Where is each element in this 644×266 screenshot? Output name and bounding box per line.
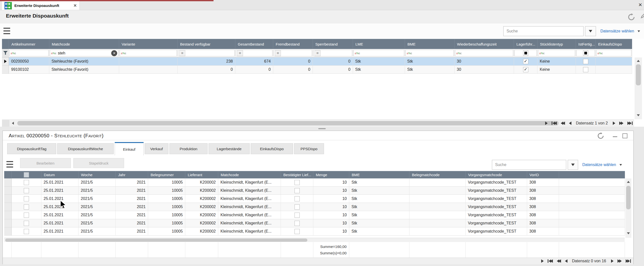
- row-select-cell[interactable]: [12, 187, 41, 195]
- column-header-gesamtbestand[interactable]: Gesamtbestand: [235, 39, 273, 49]
- prev-record-icon[interactable]: [565, 259, 568, 263]
- column-header-bestand_verfuegbar[interactable]: Bestand verfügbar: [178, 39, 235, 49]
- filter-editor[interactable]: [576, 50, 595, 56]
- filter-cell-bme[interactable]: a%c: [405, 49, 454, 57]
- filter-checkbox[interactable]: [523, 50, 528, 56]
- panel-menu-icon[interactable]: [6, 161, 13, 169]
- table-row[interactable]: 99100102Stehleuchte (Favorit)0000StkStk3…: [2, 66, 632, 74]
- filter-cell-istfertigung[interactable]: [576, 49, 596, 57]
- cell-checkbox[interactable]: [294, 196, 300, 201]
- last-page-icon[interactable]: [626, 259, 631, 263]
- filter-editor[interactable]: a%c: [596, 50, 631, 56]
- cell-checkbox[interactable]: [523, 67, 528, 72]
- splitter-handle[interactable]: [318, 128, 326, 129]
- prev-record-icon[interactable]: [569, 121, 572, 125]
- column-header-einkaufsdispo[interactable]: EinkaufsDispo: [596, 39, 632, 49]
- filter-editor[interactable]: a%c: [120, 50, 177, 56]
- filter-cell-fremdbestand[interactable]: =: [273, 49, 313, 57]
- column-header-wiederbeschaffungszeit[interactable]: Wiederbeschaffungszeit: [454, 39, 514, 49]
- window-close-icon[interactable]: ✕: [637, 1, 644, 8]
- panel-tab-lagerbestände[interactable]: Lagerbestände: [208, 143, 250, 154]
- column-header-datum[interactable]: Datum: [41, 171, 78, 178]
- scroll-thumb[interactable]: [636, 64, 641, 85]
- customize-icon[interactable]: [638, 13, 644, 20]
- refresh-icon[interactable]: [628, 13, 635, 21]
- column-header-bme[interactable]: BME: [349, 171, 410, 178]
- row-select-cell[interactable]: [12, 211, 41, 219]
- row-checkbox[interactable]: [24, 213, 29, 218]
- column-header-stuecklistentyp[interactable]: Stücklistentyp: [538, 39, 576, 49]
- search-input[interactable]: Suche: [503, 26, 584, 36]
- row-select-cell[interactable]: [12, 227, 41, 236]
- filter-editor[interactable]: a%csteh✕: [50, 50, 118, 56]
- articles-hscrollbar[interactable]: Datensatz 1 von 2: [2, 120, 634, 127]
- panel-tab-dispoauskunfttag[interactable]: DispoauskunftTag: [7, 143, 56, 154]
- row-select-cell[interactable]: [12, 178, 41, 187]
- clear-filter-icon[interactable]: ✕: [111, 50, 117, 56]
- panel-maximize-icon[interactable]: [622, 133, 628, 138]
- column-header-fremdbestand[interactable]: Fremdbestand: [273, 39, 313, 49]
- cell-checkbox[interactable]: [294, 188, 300, 193]
- column-header-istfertigung[interactable]: IstFertig...: [576, 39, 596, 49]
- column-header-vorgangsmatchcode[interactable]: Vorgangsmatchcode: [466, 171, 527, 178]
- filter-cell-lme[interactable]: a%c: [353, 49, 405, 57]
- scroll-thumb[interactable]: [17, 121, 558, 125]
- prev-page-icon[interactable]: [557, 259, 561, 263]
- row-select-cell[interactable]: [12, 203, 41, 211]
- column-header-lagerfuehrung[interactable]: Lagerführ...: [514, 39, 538, 49]
- panel-select-records-link[interactable]: Datensätze wählen: [582, 160, 622, 170]
- scroll-up-icon[interactable]: [627, 181, 630, 183]
- filter-editor[interactable]: a%c: [354, 50, 404, 56]
- row-checkbox[interactable]: [24, 196, 29, 201]
- articles-vscrollbar[interactable]: [634, 57, 642, 119]
- panel-tab-verkauf[interactable]: Verkauf: [145, 143, 168, 154]
- filter-cell-wiederbeschaffungszeit[interactable]: a%c: [454, 49, 514, 57]
- cell-checkbox[interactable]: [294, 221, 300, 226]
- panel-filter-dropdown-button[interactable]: [568, 160, 578, 170]
- panel-tab-dispoauskunftwoche[interactable]: DispoauskunftWoche: [57, 143, 114, 154]
- column-header-ind[interactable]: [4, 171, 12, 178]
- purchases-hscrollbar[interactable]: [4, 238, 625, 242]
- panel-minimize-icon[interactable]: [613, 136, 617, 137]
- column-header-artikelnummer[interactable]: Artikelnummer: [9, 39, 49, 49]
- filter-cell-matchcode[interactable]: a%csteh✕: [49, 49, 119, 57]
- column-header-belegnummer[interactable]: Belegnummer: [148, 171, 185, 178]
- filter-cell-variante[interactable]: a%c: [119, 49, 178, 57]
- column-header-lme[interactable]: LME: [353, 39, 405, 49]
- panel-tab-produktion[interactable]: Produktion: [170, 143, 208, 154]
- column-header-matchcode[interactable]: Matchcode: [218, 171, 281, 178]
- tab-close-icon[interactable]: ✕: [74, 3, 77, 8]
- scroll-up-icon[interactable]: [637, 60, 640, 62]
- select-all-checkbox[interactable]: [24, 172, 29, 177]
- table-row[interactable]: 25.01.20212021/5202110005K200002Kleinsch…: [4, 178, 625, 187]
- row-select-cell[interactable]: [12, 219, 41, 227]
- column-header-variante[interactable]: Variante: [119, 39, 178, 49]
- column-header-ind[interactable]: [2, 39, 9, 49]
- row-checkbox[interactable]: [24, 221, 29, 226]
- column-header-menge[interactable]: Menge: [313, 171, 349, 178]
- filter-cell-einkaufsdispo[interactable]: a%c: [596, 49, 632, 57]
- column-header-matchcode[interactable]: Matchcode: [49, 39, 119, 49]
- filter-cell-gesamtbestand[interactable]: =: [235, 49, 273, 57]
- bearbeiten-button[interactable]: Bearbeiten: [20, 158, 71, 168]
- panel-tab-einkaufsdispo[interactable]: EinkaufsDispo: [251, 143, 293, 154]
- panel-search-input[interactable]: Suche: [492, 160, 566, 170]
- column-header-bme[interactable]: BME: [405, 39, 454, 49]
- row-checkbox[interactable]: [24, 188, 29, 193]
- filter-editor[interactable]: =: [178, 50, 234, 56]
- next-record-icon[interactable]: [611, 259, 614, 263]
- panel-refresh-icon[interactable]: [597, 132, 604, 139]
- filter-cell-stuecklistentyp[interactable]: a%c: [538, 49, 576, 57]
- play-icon[interactable]: [545, 121, 548, 125]
- filter-editor[interactable]: a%c: [455, 50, 513, 56]
- cell-checkbox[interactable]: [294, 180, 300, 185]
- scroll-down-icon[interactable]: [627, 232, 630, 234]
- column-header-jahr[interactable]: Jahr: [116, 171, 148, 178]
- filter-editor[interactable]: =: [274, 50, 312, 56]
- filter-editor[interactable]: a%c: [406, 50, 454, 56]
- row-checkbox[interactable]: [24, 180, 29, 185]
- select-records-link[interactable]: Datensätze wählen: [600, 26, 640, 36]
- filter-cell-sperrbestand[interactable]: =: [313, 49, 353, 57]
- column-header-sel[interactable]: [12, 171, 41, 178]
- filter-editor[interactable]: [514, 50, 537, 56]
